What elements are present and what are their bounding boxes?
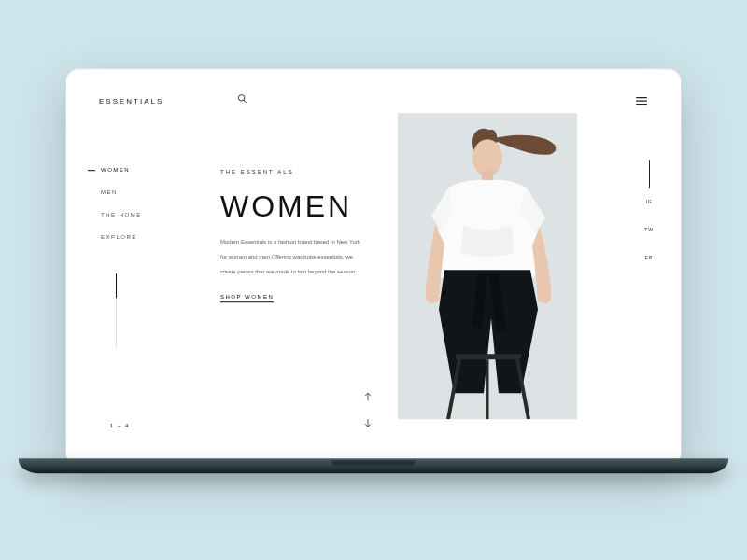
laptop-base: [19, 458, 728, 473]
scroll-progress: [116, 273, 117, 348]
social-twitter[interactable]: TW: [644, 227, 654, 232]
body-line-2: for women and men.Offering wardrobe esse…: [220, 252, 388, 261]
arrow-down-icon[interactable]: [362, 415, 374, 427]
body-line-3: create pieces that are made to last beyo…: [220, 268, 388, 277]
slide-arrows: [362, 389, 374, 427]
arrow-up-icon[interactable]: [362, 389, 374, 400]
sidebar-item-women[interactable]: WOMEN: [101, 167, 142, 173]
svg-rect-10: [456, 354, 521, 359]
menu-icon[interactable]: [635, 92, 648, 109]
shop-women-link[interactable]: SHOP WOMEN: [220, 294, 274, 302]
eyebrow: THE ESSENTIALS: [220, 169, 388, 175]
sidebar-item-explore[interactable]: EXPLORE: [101, 234, 142, 240]
hero-content: THE ESSENTIALS WOMEN Modern Essentials i…: [220, 169, 388, 302]
search-icon[interactable]: [237, 91, 247, 107]
social-facebook[interactable]: FB: [645, 255, 653, 260]
sidebar-nav: WOMEN MEN THE HOME EXPLORE: [101, 167, 142, 240]
sidebar-item-home[interactable]: THE HOME: [101, 212, 142, 217]
social-instagram[interactable]: IG: [645, 199, 652, 204]
body-line-1: Modern Essentials is a fashion brand bas…: [220, 237, 388, 246]
hero-image: [398, 113, 577, 419]
svg-point-0: [238, 95, 244, 101]
social-rail: IG TW FB: [644, 199, 654, 260]
page-title: WOMEN: [220, 189, 388, 224]
sidebar-item-men[interactable]: MEN: [101, 189, 142, 195]
page-counter: 1 – 4: [110, 423, 130, 428]
app-screen: ESSENTIALS WOMEN MEN THE HOME EXPLORE 1 …: [65, 68, 682, 460]
header: ESSENTIALS: [99, 92, 648, 109]
svg-line-1: [244, 100, 247, 103]
logo[interactable]: ESSENTIALS: [99, 97, 163, 105]
